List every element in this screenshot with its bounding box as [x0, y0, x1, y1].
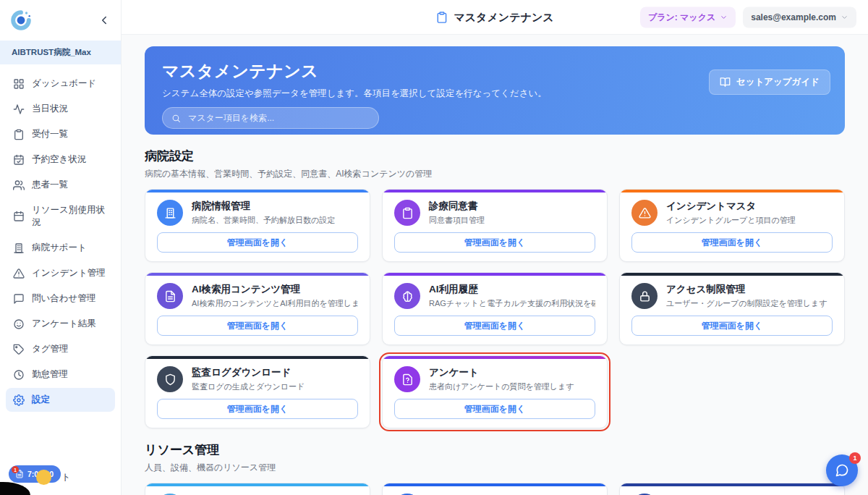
master-card: AI利用履歴RAGチャットと電子カルテ支援の利用状況を確認できます管理画面を開く [382, 272, 608, 345]
sidebar-item-gear[interactable]: 設定 [6, 388, 115, 412]
sidebar-item-label: ダッシュボード [32, 77, 96, 90]
card-icon-circle [394, 283, 420, 309]
section: リソース管理人員、設備、機器のリソース管理管理者・利用者情報管理画面を開く人リソ… [145, 441, 845, 495]
open-admin-button[interactable]: 管理画面を開く [394, 316, 595, 336]
open-admin-button[interactable]: 管理画面を開く [157, 399, 358, 419]
open-admin-button[interactable]: 管理画面を開く [157, 316, 358, 336]
app-window: AIBTRUST病院_Max ダッシュボード当日状況受付一覧予約空き状況患者一覧… [0, 0, 868, 495]
chat-fab-button[interactable]: 1 [826, 454, 858, 486]
master-card: AI検索用コンテンツ管理AI検索用のコンテンツとAI利用目的を管理します管理画面… [145, 272, 370, 345]
sidebar-item-label: 勤怠管理 [32, 368, 68, 381]
sections-container: 病院設定病院の基本情報、営業時間、予約設定、同意書、AI検索コンテンツの管理病院… [145, 148, 845, 495]
sidebar: AIBTRUST病院_Max ダッシュボード当日状況受付一覧予約空き状況患者一覧… [0, 0, 122, 495]
card-desc: 病院名、営業時間、予約解放日数の設定 [192, 215, 335, 226]
lock-icon [639, 290, 651, 302]
smile-icon [13, 318, 25, 330]
master-card: アクセス制限管理ユーザー・グループの制限設定を管理します管理画面を開く [619, 272, 845, 345]
section-title: 病院設定 [145, 148, 845, 164]
sidebar-item-label: 設定 [32, 394, 50, 406]
clipboard-icon [13, 129, 25, 140]
app-logo-icon [10, 9, 32, 31]
building-icon [164, 207, 176, 219]
card-desc: インシデントグループと項目の管理 [666, 215, 796, 226]
open-admin-button[interactable]: 管理画面を開く [631, 232, 833, 253]
recording-timer-pill[interactable]: 1 7:03:00 [9, 465, 61, 483]
open-admin-button[interactable]: 管理画面を開く [394, 232, 595, 253]
section-subtitle: 病院の基本情報、営業時間、予約設定、同意書、AI検索コンテンツの管理 [145, 168, 845, 180]
timer-badge: 1 [12, 466, 19, 473]
open-admin-button[interactable]: 管理画面を開く [157, 232, 358, 253]
card-desc: RAGチャットと電子カルテ支援の利用状況を確認できます [429, 298, 595, 309]
sidebar-item-label: アンケート結果 [32, 318, 96, 330]
card-desc: 同意書項目管理 [429, 215, 485, 226]
section-title: リソース管理 [145, 441, 845, 458]
sidebar-item-label: 予約空き状況 [32, 153, 86, 166]
card-icon-circle [631, 200, 658, 226]
card-desc: ユーザー・グループの制限設定を管理します [666, 298, 827, 309]
alert-triangle-icon [13, 268, 25, 279]
clipboard-icon [435, 11, 448, 23]
book-open-icon [720, 77, 731, 88]
clipboard-icon [401, 207, 414, 219]
card-grid: 病院情報管理病院名、営業時間、予約解放日数の設定管理画面を開く診療同意書同意書項… [145, 189, 845, 428]
master-search-input[interactable] [187, 112, 370, 124]
sidebar-item-message[interactable]: 問い合わせ管理 [6, 287, 115, 310]
file-question-icon [401, 373, 414, 386]
master-card: 病院情報管理病院名、営業時間、予約解放日数の設定管理画面を開く [145, 189, 370, 262]
card-icon-circle [157, 283, 183, 309]
sidebar-item-label: リソース別使用状況 [32, 204, 108, 229]
sidebar-item-tag[interactable]: タグ管理 [6, 337, 115, 361]
sidebar-item-alert-triangle[interactable]: インシデント管理 [6, 261, 115, 285]
card-title: アクセス制限管理 [666, 283, 827, 296]
sidebar-item-clipboard[interactable]: 受付一覧 [6, 122, 115, 146]
card-icon-circle [631, 283, 658, 309]
card-icon-circle [394, 200, 420, 226]
card-title: 診療同意書 [429, 200, 485, 213]
chevron-left-icon [98, 14, 111, 27]
section-subtitle: 人員、設備、機器のリソース管理 [145, 462, 845, 474]
setup-guide-label: セットアップガイド [736, 76, 820, 88]
sidebar-item-grid[interactable]: ダッシュボード [6, 72, 115, 96]
card-title: AI検索用コンテンツ管理 [192, 283, 358, 296]
sidebar-item-users[interactable]: 患者一覧 [6, 173, 115, 197]
sidebar-item-building[interactable]: 病院サポート [6, 236, 115, 260]
file-text-icon [164, 290, 176, 302]
sidebar-header [0, 0, 121, 41]
sidebar-item-clock[interactable]: 勤怠管理 [6, 363, 115, 386]
setup-guide-button[interactable]: セットアップガイド [709, 69, 830, 95]
section: 病院設定病院の基本情報、営業時間、予約設定、同意書、AI検索コンテンツの管理病院… [145, 148, 845, 428]
sidebar-item-calendar-check[interactable]: 予約空き状況 [6, 148, 115, 172]
master-card: 人リソース資格管理画面を開く [382, 483, 608, 495]
sidebar-item-activity[interactable]: 当日状況 [6, 97, 115, 121]
calendar-check-icon [13, 154, 25, 166]
master-card: 人リソース区分-資格関連管理画面を開く [619, 483, 845, 495]
master-card: インシデントマスタインシデントグループと項目の管理管理画面を開く [619, 189, 845, 262]
sidebar-item-label: 受付一覧 [32, 128, 68, 140]
chat-badge: 1 [849, 452, 861, 464]
search-icon [171, 114, 181, 123]
card-title: 監査ログダウンロード [192, 366, 305, 379]
master-card: 診療同意書同意書項目管理管理画面を開く [382, 189, 608, 262]
plan-dropdown[interactable]: プラン: マックス [640, 7, 736, 28]
clock-icon [13, 369, 25, 381]
chevron-down-icon [720, 13, 728, 21]
card-desc: 監査ログの生成とダウンロード [192, 381, 305, 392]
grid-icon [13, 78, 25, 90]
card-title: インシデントマスタ [666, 200, 796, 213]
sidebar-item-label: タグ管理 [32, 343, 69, 355]
card-title: 病院情報管理 [192, 200, 335, 213]
sidebar-item-smile[interactable]: アンケート結果 [6, 312, 115, 336]
sidebar-item-calendar[interactable]: リソース別使用状況 [6, 198, 115, 234]
yellow-dot-overlay [36, 470, 51, 485]
account-dropdown[interactable]: sales@example.com [743, 7, 856, 28]
sidebar-item-label: 問い合わせ管理 [32, 292, 95, 305]
open-admin-button[interactable]: 管理画面を開く [631, 316, 833, 336]
brain-icon [401, 290, 414, 302]
tag-icon [13, 344, 25, 355]
card-icon-circle [157, 200, 183, 226]
sidebar-collapse-button[interactable] [98, 14, 111, 27]
open-admin-button[interactable]: 管理画面を開く [394, 399, 595, 419]
gear-icon [13, 394, 25, 406]
users-icon [13, 179, 25, 191]
sidebar-item-label: 当日状況 [32, 103, 68, 115]
